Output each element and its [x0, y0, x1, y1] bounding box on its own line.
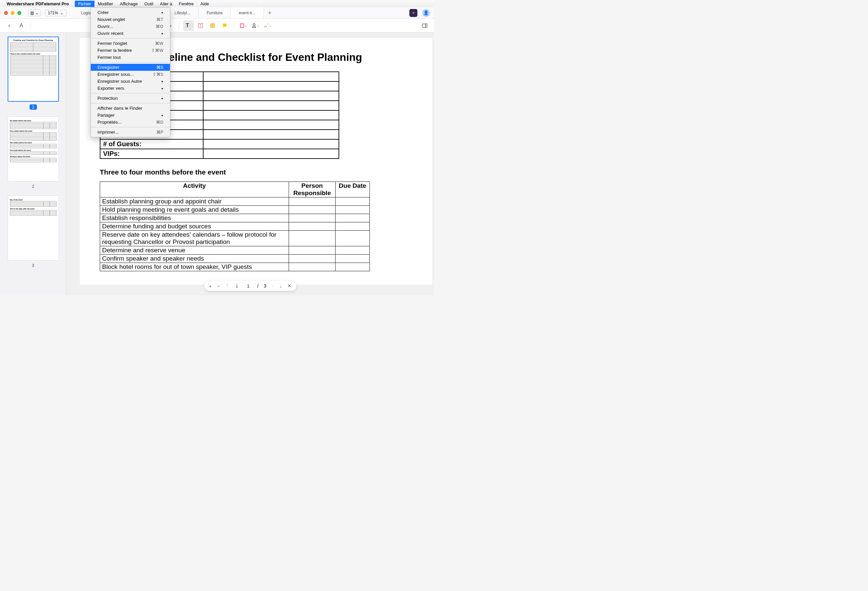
menu-separator: [91, 62, 170, 62]
thumb-number-3[interactable]: 3: [4, 263, 62, 268]
main-area: Timeline and Checklist for Event Plannin…: [0, 32, 434, 296]
svg-rect-0: [211, 24, 214, 28]
panel-icon: ▥: [30, 10, 34, 15]
window-chrome: ▥ ⌄ 171% ⌄ Logistic... scene Product... …: [0, 7, 434, 19]
close-window-icon[interactable]: [4, 11, 8, 15]
menu-item-partager[interactable]: Partager▸: [91, 112, 170, 119]
first-page-button[interactable]: ⤒: [225, 283, 229, 289]
minimize-window-icon[interactable]: [10, 11, 15, 15]
submenu-arrow-icon: ▸: [162, 32, 163, 35]
menu-item-label: Fermer la fenêtre: [97, 48, 132, 53]
thumb-number-1[interactable]: 1: [30, 105, 37, 110]
menu-item-label: Protection: [97, 96, 118, 101]
back-button[interactable]: ‹: [4, 20, 15, 31]
next-page-button[interactable]: ↓: [280, 283, 282, 289]
menu-shortcut: ⌘W: [155, 41, 163, 46]
svg-point-2: [253, 24, 255, 26]
stamp-tool-icon[interactable]: ⌄: [250, 20, 261, 31]
svg-rect-3: [422, 24, 427, 27]
menu-item-enregistrer[interactable]: Enregistrer⌘S: [91, 64, 170, 71]
panel-toggle-button[interactable]: ▥ ⌄: [28, 10, 41, 16]
thumb-section: Three to four months before the event: [10, 53, 56, 55]
toolbar-annotate[interactable]: A: [16, 20, 27, 31]
menu-item-protection[interactable]: Protection▸: [91, 95, 170, 102]
prev-page-button[interactable]: ↑: [272, 283, 275, 289]
menu-aide[interactable]: Aide: [197, 1, 213, 7]
menu-fichier[interactable]: Fichier: [75, 1, 94, 7]
tab-lifestyl[interactable]: Lifestyl...: [167, 7, 199, 18]
panels-right-icon[interactable]: [419, 20, 430, 31]
tab-event-ti[interactable]: event-ti...: [231, 7, 263, 18]
menu-fenetre[interactable]: Fenêtre: [176, 1, 197, 7]
maximize-window-icon[interactable]: [17, 11, 21, 15]
menu-item-enregistrer-sous-[interactable]: Enregistrer sous...⇧⌘S: [91, 71, 170, 78]
zoom-out-button[interactable]: −: [217, 283, 220, 289]
menu-item-enregistrer-sous-autre[interactable]: Enregistrer sous Autre▸: [91, 78, 170, 85]
submenu-arrow-icon: ▸: [162, 10, 163, 14]
info-value: [203, 149, 339, 159]
activity-cell: Establish planning group and appoint cha…: [100, 197, 289, 206]
menu-item-label: Enregistrer sous Autre: [97, 79, 142, 84]
page-number-input[interactable]: [244, 283, 252, 289]
submenu-arrow-icon: ▸: [162, 80, 163, 83]
activity-cell: Determine and reserve venue: [100, 246, 289, 255]
activity-cell: Block hotel rooms for out of town speake…: [100, 263, 289, 271]
text-tool-icon[interactable]: T✦: [183, 20, 194, 31]
submenu-arrow-icon: ▸: [162, 86, 163, 90]
menu-aller-a[interactable]: Aller à: [156, 1, 176, 7]
tab-furniture[interactable]: Furniture: [199, 7, 231, 18]
menu-modifier[interactable]: Modifier: [94, 1, 117, 7]
user-avatar[interactable]: 👤: [422, 9, 430, 17]
text-box-icon[interactable]: T: [195, 20, 206, 31]
menu-affichage[interactable]: Affichage: [117, 1, 141, 7]
menu-item-label: Enregistrer: [97, 65, 120, 70]
menu-item-ouvrir-[interactable]: Ouvrir...⌘O: [91, 23, 170, 30]
traffic-lights: [4, 11, 21, 15]
sign-tool-icon[interactable]: ⌄: [262, 20, 273, 31]
menu-item-exporter-vers[interactable]: Exporter vers▸: [91, 85, 170, 92]
svg-rect-1: [241, 24, 244, 27]
menu-item-fermer-tout[interactable]: Fermer tout: [91, 54, 170, 61]
page-thumbnail-3[interactable]: Day of the event One to five days after …: [7, 196, 59, 261]
menu-item-fermer-l-onglet[interactable]: Fermer l'onglet⌘W: [91, 40, 170, 47]
thumb-number-2[interactable]: 2: [4, 184, 62, 189]
page-thumbnail-1[interactable]: Timeline and Checklist for Event Plannin…: [7, 37, 59, 102]
submenu-arrow-icon: ▸: [162, 113, 163, 117]
shape-tool-icon[interactable]: ⌄: [238, 20, 249, 31]
app-name[interactable]: Wondershare PDFelement Pro: [7, 1, 69, 6]
menu-item-afficher-dans-le-finder[interactable]: Afficher dans le Finder: [91, 105, 170, 112]
activity-cell: Confirm speaker and speaker needs: [100, 255, 289, 263]
menu-item-label: Créer: [97, 10, 109, 15]
menu-item-imprimer-[interactable]: Imprimer...⌘P: [91, 129, 170, 136]
activity-cell: Establish responsibilities: [100, 214, 289, 223]
menu-item-cr-er[interactable]: Créer▸: [91, 9, 170, 16]
menu-item-label: Afficher dans le Finder: [97, 106, 142, 111]
menu-shortcut: ⌘P: [156, 130, 163, 135]
page-thumbnail-2[interactable]: Six weeks before the event Four weeks be…: [7, 116, 59, 181]
comment-icon[interactable]: [219, 20, 230, 31]
menu-shortcut: ⌘T: [156, 17, 163, 22]
thumbnail-sidebar[interactable]: Timeline and Checklist for Event Plannin…: [0, 32, 66, 296]
zoom-in-button[interactable]: +: [209, 283, 212, 289]
menu-separator: [91, 93, 170, 93]
zoom-selector[interactable]: 171% ⌄: [45, 10, 66, 16]
last-page-button[interactable]: ⤓: [235, 283, 239, 289]
info-value: [203, 120, 339, 130]
menu-item-propri-t-s-[interactable]: Propriétés...⌘D: [91, 119, 170, 126]
menu-item-fermer-la-fen-tre[interactable]: Fermer la fenêtre⇧⌘W: [91, 47, 170, 54]
note-icon[interactable]: [207, 20, 218, 31]
chevron-down-icon: ⌄: [35, 10, 38, 15]
menu-separator: [91, 127, 170, 127]
col-person: Person Responsible: [289, 182, 335, 197]
menu-item-label: Fermer l'onglet: [97, 41, 127, 46]
menu-item-label: Partager: [97, 113, 115, 118]
menu-item-ouvrir-r-cent[interactable]: Ouvrir récent▸: [91, 30, 170, 37]
menu-outil[interactable]: Outil: [141, 1, 156, 7]
info-value: [203, 101, 339, 111]
hipdf-icon[interactable]: ✦: [409, 9, 417, 17]
menu-item-nouvel-onglet[interactable]: Nouvel onglet⌘T: [91, 16, 170, 23]
add-tab-button[interactable]: +: [264, 7, 276, 18]
menu-shortcut: ⌘S: [156, 65, 163, 70]
menu-item-label: Imprimer...: [97, 130, 119, 135]
close-pager-button[interactable]: ✕: [287, 283, 292, 289]
